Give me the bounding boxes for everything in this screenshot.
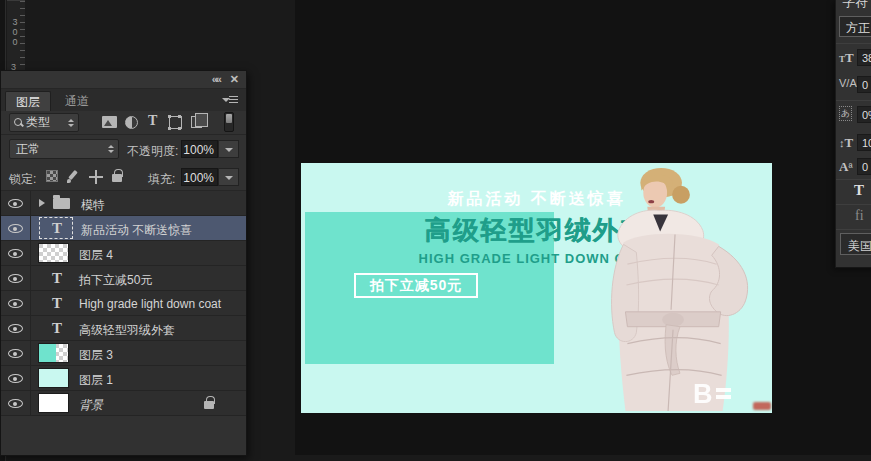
filter-toggle-switch[interactable]: [224, 112, 234, 132]
opacity-dropdown-button[interactable]: [218, 140, 239, 158]
layer-name: 拍下立减50元: [79, 272, 152, 289]
layer-row-selected-text[interactable]: T 新品活动 不断送惊喜: [1, 216, 246, 241]
blend-mode-dropdown[interactable]: 正常: [9, 139, 119, 159]
opacity-label: 不透明度:: [127, 143, 178, 160]
vertical-ruler[interactable]: 3 0 0 3: [7, 0, 25, 78]
watermark-bars: [716, 388, 731, 402]
lock-image-pixels-icon[interactable]: [66, 170, 80, 184]
lock-all-icon[interactable]: [112, 174, 122, 182]
font-size-row: TT 38: [836, 48, 871, 68]
layer-name: 图层 3: [79, 347, 113, 364]
layer-row-text[interactable]: T High grade light down coat: [1, 291, 246, 316]
kerning-input[interactable]: 0: [857, 76, 871, 93]
ligatures-button[interactable]: fi: [855, 208, 864, 224]
eye-icon[interactable]: [8, 399, 23, 408]
dropdown-spinner-icon: [108, 145, 114, 153]
text-layer-icon: T: [47, 294, 67, 313]
layer-row-pixel[interactable]: 图层 4: [1, 241, 246, 266]
layers-panel: «« ✕ 图层 通道 类型 T 正常 不透明度:: [0, 70, 247, 456]
baseline-shift-icon: Aª: [839, 159, 852, 175]
eye-icon[interactable]: [8, 199, 23, 208]
layer-filter-row: 类型 T: [1, 111, 246, 135]
layer-row-group-mote[interactable]: 模特: [1, 191, 246, 216]
dropdown-spinner-icon: [68, 119, 74, 127]
panel-menu-icon[interactable]: [222, 95, 238, 105]
language-dropdown[interactable]: 美国: [840, 233, 871, 255]
search-icon: [14, 118, 23, 127]
lock-transparent-pixels-icon[interactable]: [46, 170, 58, 182]
fill-dropdown-button[interactable]: [218, 168, 239, 186]
vertical-scale-icon: ↕T: [839, 135, 853, 151]
filter-adjustment-layers-icon[interactable]: [125, 116, 138, 129]
tab-channels[interactable]: 通道: [55, 91, 99, 111]
lock-row: 锁定: 填充: 100%: [1, 163, 246, 191]
layer-thumbnail: [38, 368, 69, 388]
baseline-shift-input[interactable]: 0: [857, 158, 871, 175]
eye-icon[interactable]: [8, 324, 23, 333]
panel-tab-row: 图层 通道: [1, 89, 246, 111]
text-layer-icon: T: [47, 219, 67, 238]
layer-name: 背景: [79, 397, 103, 414]
opacity-input[interactable]: 100%: [181, 140, 218, 158]
layer-row-background[interactable]: 背景: [1, 391, 246, 416]
tsume-input[interactable]: 0%: [857, 106, 871, 123]
visibility-cell: [1, 366, 31, 391]
lock-position-icon[interactable]: [89, 170, 103, 184]
layer-list: 模特 T 新品活动 不断送惊喜 图层 4 T 拍下立减50元: [1, 191, 246, 416]
ruler-ticks: [20, 1, 25, 79]
filter-smart-objects-icon[interactable]: [191, 116, 202, 128]
group-expand-icon[interactable]: [39, 199, 45, 207]
layer-row-pixel[interactable]: 图层 3: [1, 341, 246, 366]
layer-name: 新品活动 不断送惊喜: [81, 222, 192, 239]
fill-input[interactable]: 100%: [181, 168, 218, 186]
tsume-row: あ 0%: [836, 105, 871, 125]
model-photo: [581, 165, 772, 413]
font-size-input[interactable]: 38: [857, 49, 871, 66]
layer-name: 图层 1: [79, 372, 113, 389]
eye-icon[interactable]: [8, 224, 23, 233]
filter-type-layers-icon[interactable]: T: [148, 113, 157, 129]
blend-mode-row: 正常 不透明度: 100%: [1, 135, 246, 163]
folder-icon: [53, 198, 70, 209]
collapse-panel-icon[interactable]: ««: [212, 73, 220, 85]
visibility-cell: [1, 191, 31, 216]
eye-icon[interactable]: [8, 374, 23, 383]
visibility-cell: [1, 266, 31, 291]
eye-icon[interactable]: [8, 274, 23, 283]
selection-brackets: T: [39, 217, 73, 239]
watermark-letter: B: [693, 381, 713, 407]
banner-document[interactable]: 新品活动 不断送惊喜 高级轻型羽绒外套 HIGH GRADE LIGHT DOW…: [301, 163, 772, 413]
eye-icon[interactable]: [8, 299, 23, 308]
text-layer-icon: T: [47, 269, 67, 288]
baseline-row: Aª 0: [836, 157, 871, 177]
visibility-cell: [1, 216, 31, 241]
visibility-cell: [1, 241, 31, 266]
filter-pixel-layers-icon[interactable]: [102, 116, 117, 128]
layer-name: High grade light down coat: [79, 297, 221, 311]
photoshop-workspace: 3 0 0 3 新品活动 不断送惊喜 高级轻型羽绒外套 HIGH GRADE L…: [0, 0, 871, 461]
blend-mode-value: 正常: [16, 141, 40, 158]
ruler-label-300: 3 0 0: [11, 17, 19, 47]
layer-thumbnail: [38, 393, 69, 413]
tsume-icon: あ: [839, 106, 852, 121]
kerning-icon: V/A: [839, 77, 857, 89]
font-size-icon: TT: [839, 50, 854, 66]
visibility-cell: [1, 316, 31, 341]
layer-thumbnail: [38, 243, 69, 263]
vertical-scale-input[interactable]: 10: [857, 134, 871, 151]
filter-kind-dropdown[interactable]: 类型: [9, 113, 79, 132]
eye-icon[interactable]: [8, 249, 23, 258]
layer-row-text[interactable]: T 高级轻型羽绒外套: [1, 316, 246, 341]
eye-icon[interactable]: [8, 349, 23, 358]
watermark-logo: B: [693, 381, 731, 407]
close-panel-icon[interactable]: ✕: [230, 73, 239, 86]
tab-character[interactable]: 字符: [842, 0, 871, 11]
layer-row-text[interactable]: T 拍下立减50元: [1, 266, 246, 291]
text-layer-icon: T: [47, 319, 67, 338]
font-family-dropdown[interactable]: 方正: [839, 16, 871, 37]
faux-bold-button[interactable]: T: [854, 182, 864, 199]
tab-layers[interactable]: 图层: [5, 91, 51, 111]
layer-row-pixel[interactable]: 图层 1: [1, 366, 246, 391]
filter-shape-layers-icon[interactable]: [169, 116, 182, 129]
vertical-scale-row: ↕T 10: [836, 133, 871, 153]
